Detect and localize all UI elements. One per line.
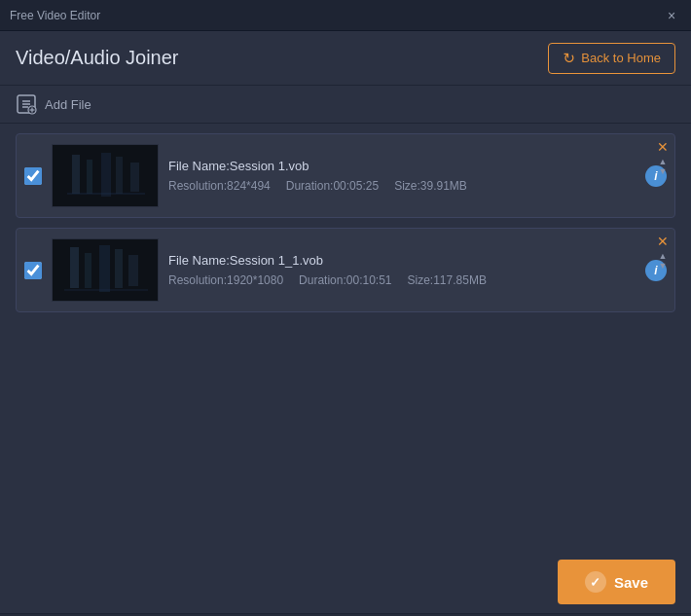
file-checkbox-1[interactable] [24,167,42,185]
file-thumbnail-2 [52,238,159,302]
sort-arrows-1: ▲ ▼ [659,158,668,176]
page-title: Video/Audio Joiner [16,47,179,69]
file-size-1: Size:39.91MB [394,179,467,193]
file-list: File Name:Session 1.vob Resolution:824*4… [0,124,691,613]
svg-rect-12 [130,163,139,192]
file-duration-2: Duration:00:10:51 [299,273,391,287]
file-item: File Name:Session 1_1.vob Resolution:192… [16,228,675,312]
add-file-icon [16,93,37,115]
item-actions-1: ✕ ▲ ▼ [657,140,669,176]
svg-rect-8 [72,155,80,194]
back-icon: ↺ [563,50,575,67]
file-size-2: Size:117.85MB [408,273,487,287]
close-button[interactable]: × [662,6,681,25]
save-button[interactable]: ✓ Save [558,560,675,604]
svg-rect-17 [99,245,110,292]
main-content: File Name:Session 1.vob Resolution:824*4… [0,124,691,613]
svg-rect-16 [85,253,91,288]
file-resolution-2: Resolution:1920*1080 [168,273,283,287]
svg-rect-15 [70,247,79,288]
back-to-home-button[interactable]: ↺ Back to Home [548,43,675,74]
title-bar: Free Video Editor × [0,0,691,31]
svg-rect-19 [128,255,138,286]
sort-arrows-2: ▲ ▼ [659,252,668,271]
file-info-1: File Name:Session 1.vob Resolution:824*4… [168,159,636,193]
save-btn-wrapper: ✓ Save [558,560,675,604]
move-down-1[interactable]: ▼ [659,167,668,176]
item-actions-2: ✕ ▲ ▼ [657,235,669,271]
file-duration-1: Duration:00:05:25 [286,179,379,193]
svg-rect-18 [115,249,123,288]
move-up-2[interactable]: ▲ [659,252,668,261]
svg-rect-11 [116,157,123,194]
save-label: Save [614,574,648,591]
move-up-1[interactable]: ▲ [659,158,668,166]
move-down-2[interactable]: ▼ [659,262,668,271]
remove-file-1[interactable]: ✕ [657,140,669,154]
file-item: File Name:Session 1.vob Resolution:824*4… [16,133,675,218]
title-bar-text: Free Video Editor [10,9,100,22]
file-thumbnail-1 [52,144,159,207]
header: Video/Audio Joiner ↺ Back to Home [0,31,691,86]
save-check-icon: ✓ [585,571,606,593]
back-to-home-label: Back to Home [581,51,661,65]
file-meta-1: Resolution:824*494 Duration:00:05:25 Siz… [168,179,636,193]
add-file-label[interactable]: Add File [45,97,91,112]
remove-file-2[interactable]: ✕ [657,235,669,248]
file-checkbox-2[interactable] [24,262,42,279]
svg-rect-10 [101,153,111,197]
file-resolution-1: Resolution:824*494 [168,179,271,193]
file-name-2: File Name:Session 1_1.vob [168,253,636,268]
file-info-2: File Name:Session 1_1.vob Resolution:192… [168,253,636,287]
toolbar: Add File [0,86,691,124]
svg-rect-9 [87,160,92,194]
file-name-1: File Name:Session 1.vob [168,159,636,173]
file-meta-2: Resolution:1920*1080 Duration:00:10:51 S… [168,273,636,287]
